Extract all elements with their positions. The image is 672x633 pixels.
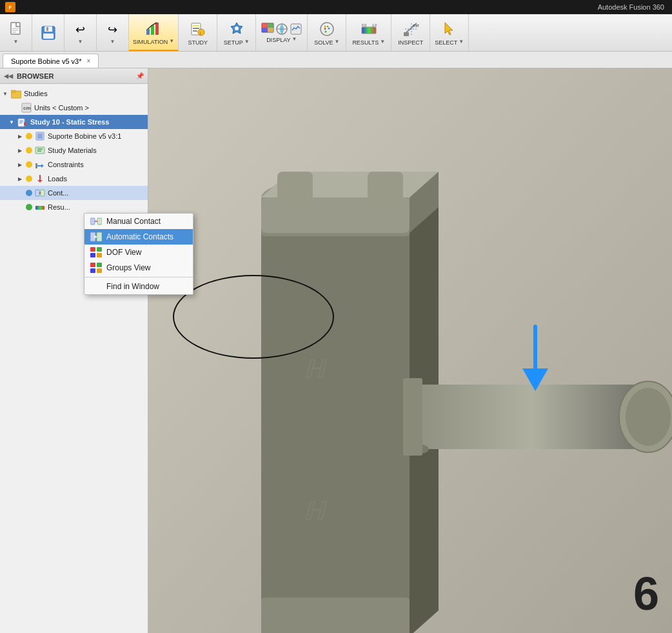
tree-item-study10[interactable]: ▼ Study 10 - Static Stress bbox=[0, 115, 148, 129]
contacts-label: Cont... bbox=[48, 189, 148, 197]
svg-marker-61 bbox=[37, 180, 43, 183]
tab-close-button[interactable]: × bbox=[86, 57, 90, 65]
groups-view-icon bbox=[90, 262, 103, 274]
loads-label: Loads bbox=[48, 175, 148, 183]
study-group[interactable]: i STUDY bbox=[179, 14, 217, 51]
constraints-label: Constraints bbox=[48, 161, 148, 168]
svg-marker-51 bbox=[24, 122, 27, 126]
ctx-divider bbox=[84, 277, 193, 277]
display-group[interactable]: DISPLAY ▼ bbox=[256, 14, 308, 51]
tree-item-contacts[interactable]: Cont... bbox=[0, 186, 148, 200]
ctx-automatic-contacts[interactable]: Automatic Contacts bbox=[84, 229, 193, 245]
tree-item-constraints[interactable]: ▶ Constraints bbox=[0, 157, 148, 172]
svg-rect-97 bbox=[97, 247, 102, 252]
main-tab[interactable]: Suporte Bobine v5 v3* × bbox=[3, 54, 99, 68]
new-button[interactable]: ▼ bbox=[0, 14, 32, 51]
results-icon: 0.0 1.0 bbox=[360, 20, 378, 38]
studies-arrow: ▼ bbox=[3, 91, 10, 97]
svg-rect-80 bbox=[416, 385, 648, 449]
new-dropdown-arrow: ▼ bbox=[14, 39, 19, 45]
inspect-icon: mm bbox=[402, 20, 420, 38]
tree-item-loads[interactable]: ▶ Loads bbox=[0, 172, 148, 186]
simulation-dropdown: ▼ bbox=[169, 38, 174, 44]
svg-rect-22 bbox=[262, 28, 268, 32]
tree-item-units[interactable]: cm Units < Custom > bbox=[0, 101, 148, 115]
select-label: SELECT bbox=[435, 39, 457, 46]
tree-item-studies[interactable]: ▼ Studies bbox=[0, 86, 148, 101]
3d-model: ℍ ℍ bbox=[148, 68, 672, 633]
svg-rect-6 bbox=[46, 27, 48, 31]
automatic-contacts-icon bbox=[90, 231, 103, 243]
svg-rect-85 bbox=[277, 172, 313, 207]
ctx-dof-view[interactable]: DOF View bbox=[84, 245, 193, 260]
pin-icon[interactable]: 📌 bbox=[136, 72, 144, 79]
collapse-button[interactable]: ◀◀ bbox=[4, 73, 13, 79]
display-icon1 bbox=[261, 23, 274, 35]
svg-rect-65 bbox=[35, 206, 44, 210]
viewport[interactable]: ℍ ℍ 6 bbox=[148, 68, 672, 633]
inspect-group[interactable]: mm INSPECT bbox=[391, 14, 430, 51]
setup-label: SETUP bbox=[224, 39, 243, 46]
context-menu: Manual Contact Automatic Contacts DOF Vi… bbox=[84, 213, 193, 295]
svg-rect-23 bbox=[268, 28, 273, 32]
svg-rect-21 bbox=[268, 23, 273, 28]
ctx-manual-contact[interactable]: Manual Contact bbox=[84, 214, 193, 229]
svg-point-15 bbox=[198, 29, 204, 35]
svg-rect-9 bbox=[151, 25, 154, 35]
svg-point-27 bbox=[321, 23, 333, 35]
tab-label: Suporte Bobine v5 v3* bbox=[11, 57, 81, 65]
tree-item-results[interactable]: Resu... bbox=[0, 200, 148, 214]
contacts-bullet bbox=[26, 190, 32, 196]
document-icon bbox=[7, 21, 25, 39]
results-group[interactable]: 0.0 1.0 RESULTS ▼ bbox=[346, 14, 391, 51]
main-area: ◀◀ BROWSER 📌 ▼ Studies bbox=[0, 68, 672, 633]
simulation-group[interactable]: SIMULATION ▼ bbox=[129, 14, 179, 51]
svg-rect-100 bbox=[90, 263, 95, 267]
ctx-find-in-window[interactable]: Find in Window bbox=[84, 279, 193, 294]
solve-group[interactable]: SOLVE ▼ bbox=[308, 14, 346, 51]
svg-rect-8 bbox=[146, 29, 150, 35]
dof-view-icon bbox=[90, 246, 103, 258]
browser-header: ◀◀ BROWSER 📌 bbox=[0, 68, 148, 84]
save-button[interactable] bbox=[32, 14, 64, 51]
materials-label: Study Materials bbox=[48, 146, 148, 154]
results-tree-icon bbox=[34, 201, 46, 213]
display-dropdown: ▼ bbox=[292, 36, 297, 42]
svg-rect-44 bbox=[11, 90, 15, 92]
svg-text:ℍ: ℍ bbox=[303, 497, 328, 525]
results-dropdown: ▼ bbox=[380, 39, 385, 45]
study10-arrow: ▼ bbox=[9, 119, 17, 125]
results-label-tree: Resu... bbox=[48, 203, 148, 211]
svg-rect-63 bbox=[41, 190, 44, 196]
suporte-arrow: ▶ bbox=[18, 134, 26, 139]
select-group[interactable]: SELECT ▼ bbox=[430, 14, 469, 51]
svg-rect-84 bbox=[403, 378, 422, 456]
svg-point-30 bbox=[324, 26, 326, 28]
loads-bullet bbox=[26, 176, 32, 182]
select-dropdown: ▼ bbox=[459, 39, 464, 45]
svg-rect-99 bbox=[97, 253, 102, 257]
svg-rect-13 bbox=[193, 28, 199, 29]
tree-item-suporte[interactable]: ▶ Suporte Bobine v5 v3:1 bbox=[0, 129, 148, 143]
tree-item-materials[interactable]: ▶ Study Materials bbox=[0, 143, 148, 157]
svg-text:1.0: 1.0 bbox=[372, 23, 377, 27]
svg-rect-96 bbox=[90, 247, 95, 252]
setup-group[interactable]: SETUP ▼ bbox=[217, 14, 256, 51]
constraints-icon bbox=[34, 159, 46, 170]
svg-rect-62 bbox=[35, 190, 39, 196]
redo-button[interactable]: ↪ ▼ bbox=[97, 14, 129, 51]
constraints-bullet bbox=[26, 161, 32, 168]
svg-rect-57 bbox=[35, 163, 37, 168]
svg-rect-53 bbox=[37, 134, 43, 139]
studies-label: Studies bbox=[24, 90, 148, 97]
undo-button[interactable]: ↩ ▼ bbox=[64, 14, 97, 51]
svg-rect-98 bbox=[90, 253, 95, 257]
study-label: STUDY bbox=[188, 39, 208, 46]
svg-rect-20 bbox=[262, 23, 268, 28]
ctx-groups-view[interactable]: Groups View bbox=[84, 260, 193, 276]
redo-dropdown-arrow: ▼ bbox=[110, 39, 115, 45]
display-label: DISPLAY bbox=[266, 37, 290, 43]
app-title: Autodesk Fusion 360 bbox=[598, 3, 664, 11]
svg-point-18 bbox=[235, 26, 239, 30]
svg-rect-7 bbox=[43, 34, 54, 39]
